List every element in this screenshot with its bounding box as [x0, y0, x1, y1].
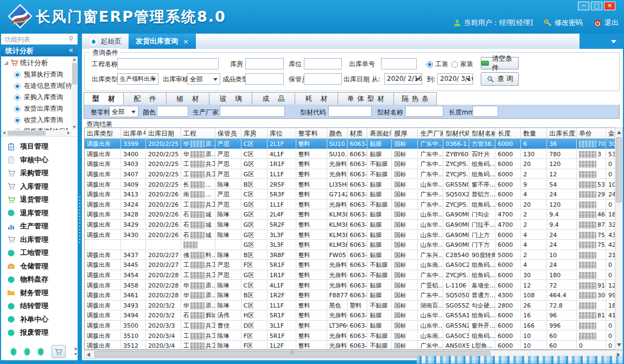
sidebar-menu-item[interactable]: 工地管理: [1, 246, 78, 260]
sidebar-menu-item[interactable]: 补单中心: [1, 313, 78, 327]
table-row[interactable]: 调拨出库34302020/2/26石城陈琳G区3L3F整料KLM38176063…: [85, 229, 615, 240]
keeper-input[interactable]: [304, 73, 342, 85]
circle-icon[interactable]: [24, 348, 30, 355]
radio-jiazhuang[interactable]: 家装: [451, 60, 473, 69]
statistics-module-button[interactable]: [52, 345, 65, 358]
pin-icon[interactable]: [68, 36, 74, 42]
table-row[interactable]: 调拨出库34582020/2/28华原...陈琳C区4L1F整料光身料6063-…: [85, 280, 615, 290]
column-header[interactable]: 数量: [521, 128, 547, 138]
radio-gongzhuang[interactable]: 工装: [426, 60, 448, 69]
grid-vertical-scrollbar[interactable]: [615, 127, 623, 350]
column-header[interactable]: 整零料: [296, 128, 327, 138]
table-row[interactable]: 调拨出库34372020/2/27佛料...陈琳B区3R8F整料FW056063…: [85, 250, 615, 260]
location-input[interactable]: [304, 58, 342, 69]
tree-item[interactable]: 收货入库查询: [1, 114, 78, 126]
material-tab[interactable]: 成 品: [252, 92, 295, 105]
sidebar-menu-item[interactable]: 物料盘存: [1, 273, 78, 286]
column-header[interactable]: 出库类型: [85, 128, 121, 138]
tab-close-icon[interactable]: ×: [183, 37, 189, 46]
sidebar-menu-item[interactable]: 项目管理: [1, 140, 78, 154]
sidebar-menu-item[interactable]: 退货管理: [1, 193, 78, 207]
circle-icon[interactable]: [11, 348, 16, 355]
column-header[interactable]: 出库单号: [121, 128, 146, 138]
tab-home[interactable]: 起始页: [84, 35, 127, 48]
minimize-button[interactable]: −: [578, 2, 589, 10]
tree-horizontal-scrollbar[interactable]: [1, 130, 72, 136]
table-row[interactable]: 调拨出库34612020/2/28华原...陈琳B区1R2F整料F8877FT6…: [85, 290, 615, 301]
table-row[interactable]: 调拨出库34942020/3/2石辉城汤伟H区5R1F整料光身料6063-T5贴…: [85, 310, 615, 321]
sidebar-menu-item[interactable]: 出库管理: [1, 233, 78, 247]
table-row[interactable]: 调拨出库34932020/3/2华原...陈琳C区1L1F整料黑色塑料不贴膜国标…: [85, 301, 615, 311]
sidebar-menu-item[interactable]: 结转管理: [1, 299, 78, 313]
sidebar-menu-item[interactable]: 生产管理: [1, 220, 78, 233]
profile-code-input[interactable]: [328, 106, 372, 117]
material-tab[interactable]: 辅 材: [167, 92, 209, 105]
column-header[interactable]: 金: [606, 128, 615, 138]
table-row[interactable]: 调拨出库34282020/2/26石城陈琳G区2L4F整料KLM38176063…: [85, 209, 615, 220]
warehouse-input[interactable]: [245, 58, 284, 69]
table-row[interactable]: 调拨出库34032020/2/25工共工程严思G区1R1F整料光身料6063-T…: [85, 159, 615, 169]
whole-part-select[interactable]: 全部: [109, 106, 138, 117]
material-tab[interactable]: 耗 材: [295, 92, 338, 105]
column-header[interactable]: 长度: [495, 128, 521, 138]
material-tab[interactable]: 单体型材: [338, 92, 394, 105]
column-header[interactable]: 出库长度: [547, 128, 577, 138]
material-tab[interactable]: 隔热条: [394, 92, 437, 105]
column-header[interactable]: 材质: [348, 128, 368, 138]
tree-item[interactable]: 发货出库查询: [1, 103, 78, 114]
search-button[interactable]: 查 询: [481, 72, 519, 86]
tree-item[interactable]: 预算执行查询: [1, 69, 78, 80]
table-row[interactable]: 调拨出库34092020/2/25长...陈琳B区2R5F整料LI35HD606…: [85, 179, 615, 189]
collapse-icon[interactable]: «: [68, 46, 73, 54]
table-row[interactable]: 调拨出库34452020/2/27工共工程严思F区5R1F整料光身料6063-T…: [85, 260, 615, 270]
length-input[interactable]: [473, 106, 498, 117]
material-tab[interactable]: 型 材: [84, 92, 124, 105]
product-type-input[interactable]: [245, 73, 284, 85]
table-row[interactable]: 调拨出库33992020/2/25华原...严思C区2L1F整料SU10...6…: [85, 139, 615, 149]
table-row[interactable]: 调拨出库35102020/3/4工共工程陈琳F区5R1F整料光身料6063-T5…: [85, 330, 615, 341]
tree-item[interactable]: 采购入库查询: [1, 92, 78, 103]
column-header[interactable]: 单价: [577, 128, 606, 138]
column-header[interactable]: 颜色: [327, 128, 348, 138]
maximize-button[interactable]: □: [591, 2, 602, 10]
sidebar-menu-item[interactable]: 入库管理: [1, 180, 78, 194]
column-header[interactable]: 库房: [241, 128, 268, 138]
column-header[interactable]: 膜厚: [392, 128, 418, 138]
table-row[interactable]: G区3L3F整料KLM38176063-T5贴膜国标山东华...GA90M09.…: [85, 240, 615, 250]
date-from-picker[interactable]: 2020/ 2/16: [384, 73, 422, 85]
sidebar-menu-item[interactable]: 审核中心: [1, 154, 78, 167]
maker-input[interactable]: [220, 106, 285, 117]
circle-icon[interactable]: [38, 348, 43, 355]
sidebar-menu-item[interactable]: 仓储管理: [1, 260, 78, 273]
color-input[interactable]: [157, 106, 188, 117]
sidebar-menu-item[interactable]: 报废管理: [1, 326, 78, 340]
order-no-input[interactable]: [381, 58, 417, 69]
material-tab[interactable]: 配 件: [124, 92, 167, 105]
table-row[interactable]: 调拨出库34132020/2/26南...严思C区5R3F整料G71422606…: [85, 189, 615, 200]
column-header[interactable]: 保管员: [215, 128, 241, 138]
table-row[interactable]: 调拨出库35122020/3/4工共工程陈琳F区1L2F整料光身料6063-T5…: [85, 341, 615, 350]
column-header[interactable]: 出库日期: [146, 128, 181, 138]
table-row[interactable]: 调拨出库35002020/3/3工共工程曹佳D区3L1F整料LT3P606063…: [85, 321, 615, 331]
more-button[interactable]: »▾: [74, 347, 78, 356]
column-header[interactable]: 型材名称: [469, 128, 495, 138]
table-row[interactable]: 调拨出库34242020/2/26工共工程严思G区1L1F整料光身料6063-T…: [85, 200, 615, 210]
tree-vertical-scrollbar[interactable]: [72, 56, 78, 130]
expander-icon[interactable]: [4, 61, 8, 65]
table-row[interactable]: 调拨出库34292020/2/26石城陈琳G区5R2F整料KLM38176063…: [85, 220, 615, 230]
tree-root[interactable]: 统计分析: [1, 56, 78, 69]
table-row[interactable]: 调拨出库34002020/2/25华原...严思C区4L1F整料SU10...6…: [85, 149, 615, 159]
logout[interactable]: 退出: [594, 18, 619, 28]
tab-list-dropdown-icon[interactable]: [611, 40, 616, 43]
sidebar-splitter[interactable]: [78, 34, 82, 364]
clear-conditions-button[interactable]: 清空条件: [481, 57, 519, 69]
outbound-type-select[interactable]: 生产领料出库: [117, 73, 158, 85]
sidebar-menu-item[interactable]: 采购管理: [1, 167, 78, 180]
sidebar-menu-item[interactable]: 退库管理: [1, 207, 78, 220]
project-name-input[interactable]: [117, 58, 219, 69]
date-to-picker[interactable]: 2020/ 3/16: [437, 73, 473, 85]
column-header[interactable]: 库位: [268, 128, 296, 138]
tab-shipment-query[interactable]: 发货出库查询 ×: [129, 34, 196, 49]
column-header[interactable]: 型材代码: [443, 128, 469, 138]
change-password[interactable]: 修改密码: [544, 18, 583, 28]
